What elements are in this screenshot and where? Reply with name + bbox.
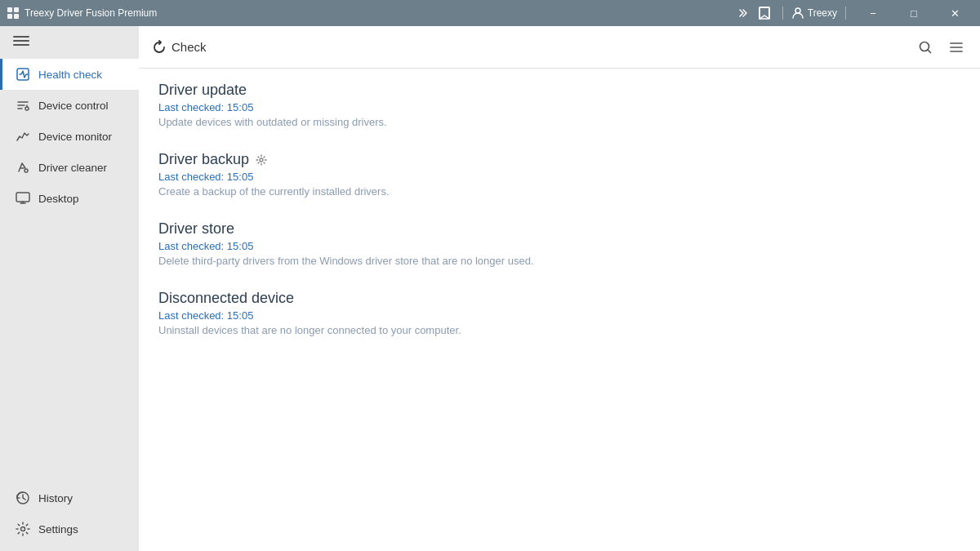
health-item-driver-update: Driver update Last checked: 15:05 Update… — [158, 82, 960, 128]
user-info: Treexy — [791, 7, 837, 20]
health-item-desc: Delete third-party drivers from the Wind… — [158, 255, 960, 267]
svg-rect-9 — [16, 193, 29, 202]
health-item-title: Driver store — [158, 220, 960, 238]
toolbar-right — [915, 37, 967, 58]
sidebar-bottom: History Settings — [0, 482, 139, 551]
sidebar-bottom-label: History — [38, 492, 73, 504]
health-item-desc: Update devices with outdated or missing … — [158, 116, 960, 128]
device-monitor-icon — [16, 129, 30, 144]
sidebar-item-label: Health check — [38, 69, 102, 81]
separator2 — [845, 7, 846, 20]
driver-cleaner-icon — [16, 160, 30, 175]
health-item-desc: Create a backup of the currently install… — [158, 185, 960, 198]
close-btn[interactable]: ✕ — [936, 0, 973, 26]
svg-point-13 — [260, 158, 263, 162]
health-item-desc: Uninstall devices that are no longer con… — [158, 324, 960, 336]
svg-rect-3 — [14, 14, 19, 19]
sidebar-nav: Health check Device control — [0, 56, 139, 482]
check-label: Check — [172, 40, 207, 54]
titlebar-left: Treexy Driver Fusion Premium — [7, 7, 157, 20]
app-icon — [7, 7, 20, 20]
hamburger-line3 — [13, 44, 29, 46]
app-title: Treexy Driver Fusion Premium — [24, 7, 157, 19]
settings-icon — [16, 522, 30, 536]
back-btn[interactable] — [738, 7, 751, 20]
hamburger-line2 — [13, 40, 29, 42]
username: Treexy — [808, 7, 837, 19]
health-item-title: Driver backup — [158, 151, 960, 168]
health-item-checked: Last checked: 15:05 — [158, 171, 960, 183]
sidebar-item-settings[interactable]: Settings — [0, 513, 139, 544]
menu-icon — [949, 40, 964, 55]
main-area: Health check Device control — [0, 26, 980, 551]
health-item-checked: Last checked: 15:05 — [158, 101, 960, 113]
sidebar-item-driver-cleaner[interactable]: Driver cleaner — [0, 152, 139, 183]
titlebar: Treexy Driver Fusion Premium Treexy − — [0, 0, 980, 26]
health-item-disconnected-device: Disconnected device Last checked: 15:05 … — [158, 290, 960, 336]
health-item-title: Driver update — [158, 82, 960, 99]
search-icon — [918, 40, 933, 55]
refresh-icon — [152, 40, 167, 55]
sidebar-item-label: Device control — [38, 100, 109, 112]
health-item-checked: Last checked: 15:05 — [158, 309, 960, 322]
health-item-driver-store: Driver store Last checked: 15:05 Delete … — [158, 220, 960, 267]
minimize-btn[interactable]: − — [854, 0, 892, 26]
health-item-title: Disconnected device — [158, 290, 960, 307]
svg-rect-0 — [7, 7, 12, 12]
device-control-icon — [16, 98, 30, 113]
sidebar-item-desktop[interactable]: Desktop — [0, 183, 139, 214]
sidebar-bottom-label: Settings — [38, 523, 78, 535]
separator — [782, 7, 783, 20]
gear-icon[interactable] — [256, 154, 267, 166]
svg-point-5 — [795, 8, 800, 13]
bookmark-btn[interactable] — [758, 7, 771, 20]
search-button[interactable] — [915, 37, 936, 58]
app-body: Health check Device control — [0, 26, 980, 551]
toolbar: Check — [139, 26, 980, 69]
sidebar-item-health-check[interactable]: Health check — [0, 59, 139, 90]
titlebar-right: Treexy − □ ✕ — [738, 0, 973, 26]
sidebar-item-device-control[interactable]: Device control — [0, 90, 139, 121]
health-item-checked: Last checked: 15:05 — [158, 240, 960, 252]
hamburger-line1 — [13, 36, 29, 38]
sidebar: Health check Device control — [0, 26, 139, 551]
hamburger-menu[interactable] — [13, 36, 29, 46]
sidebar-item-label: Driver cleaner — [38, 162, 107, 174]
check-button[interactable]: Check — [152, 40, 207, 55]
health-item-driver-backup: Driver backup Last checked: 15:05 Create… — [158, 151, 960, 198]
sidebar-item-label: Desktop — [38, 193, 79, 205]
maximize-btn[interactable]: □ — [895, 0, 933, 26]
history-icon — [16, 491, 30, 505]
sidebar-item-device-monitor[interactable]: Device monitor — [0, 121, 139, 152]
svg-point-8 — [24, 169, 28, 172]
svg-rect-2 — [7, 14, 12, 19]
sidebar-item-label: Device monitor — [38, 131, 112, 143]
menu-button[interactable] — [946, 37, 967, 58]
content-area: Check — [139, 26, 980, 551]
toolbar-left: Check — [152, 40, 207, 55]
health-check-icon — [16, 67, 30, 82]
sidebar-top — [0, 26, 139, 56]
svg-point-11 — [21, 527, 25, 531]
desktop-icon — [16, 191, 30, 206]
svg-rect-1 — [14, 7, 19, 12]
health-items-list: Driver update Last checked: 15:05 Update… — [139, 69, 980, 551]
sidebar-item-history[interactable]: History — [0, 482, 139, 513]
